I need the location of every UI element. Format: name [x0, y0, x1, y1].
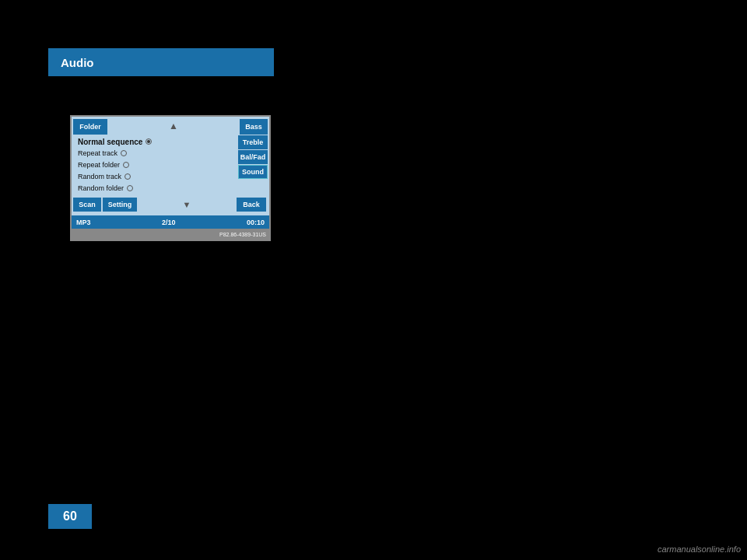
- page-number: 60: [48, 504, 92, 529]
- screen-bottom-row: Scan Setting ▼ Back: [72, 195, 269, 215]
- menu-item-normal-sequence[interactable]: Normal sequence: [78, 136, 235, 147]
- part-number: P82.86-4389-31US: [219, 232, 266, 237]
- header-title: Audio: [61, 56, 94, 69]
- watermark: carmanualsonline.info: [658, 544, 741, 554]
- menu-item-random-folder[interactable]: Random folder: [78, 183, 235, 194]
- menu-item-label: Repeat folder: [78, 161, 120, 169]
- car-screen: Folder ▲ Bass Normal sequence Repeat tra…: [70, 115, 271, 241]
- status-time: 00:10: [247, 219, 265, 226]
- back-button[interactable]: Back: [237, 198, 266, 212]
- status-format: MP3: [76, 219, 91, 226]
- menu-item-label: Random folder: [78, 184, 124, 192]
- menu-item-random-track[interactable]: Random track: [78, 171, 235, 182]
- screen-inner: Folder ▲ Bass Normal sequence Repeat tra…: [72, 117, 269, 240]
- treble-button[interactable]: Treble: [238, 135, 268, 149]
- status-track: 2/10: [162, 219, 176, 226]
- folder-button[interactable]: Folder: [73, 119, 107, 135]
- menu-item-label: Repeat track: [78, 149, 117, 157]
- radio-random-track: [124, 173, 131, 180]
- arrow-down-icon: ▼: [137, 200, 237, 209]
- radio-repeat-folder: [123, 162, 129, 168]
- arrow-up-icon: ▲: [107, 121, 240, 131]
- status-bar: MP3 2/10 00:10: [72, 215, 269, 229]
- menu-area: Normal sequence Repeat track Repeat fold…: [72, 135, 269, 195]
- menu-item-label: Random track: [78, 173, 121, 180]
- radio-normal-sequence: [146, 138, 152, 145]
- right-buttons-panel: Treble Bal/Fad Sound: [238, 135, 269, 195]
- setting-button[interactable]: Setting: [103, 198, 137, 212]
- balfad-button[interactable]: Bal/Fad: [238, 150, 268, 164]
- sound-button[interactable]: Sound: [238, 165, 268, 179]
- menu-items-list: Normal sequence Repeat track Repeat fold…: [72, 135, 238, 195]
- menu-item-repeat-track[interactable]: Repeat track: [78, 148, 235, 159]
- bass-button[interactable]: Bass: [240, 119, 268, 135]
- menu-item-label: Normal sequence: [78, 138, 142, 146]
- radio-random-folder: [127, 185, 133, 191]
- screen-top-row: Folder ▲ Bass: [72, 117, 269, 135]
- radio-repeat-track: [121, 150, 127, 156]
- scan-button[interactable]: Scan: [73, 198, 101, 212]
- header-bar: Audio: [48, 48, 274, 76]
- menu-item-repeat-folder[interactable]: Repeat folder: [78, 159, 235, 170]
- part-number-bar: P82.86-4389-31US: [72, 229, 269, 240]
